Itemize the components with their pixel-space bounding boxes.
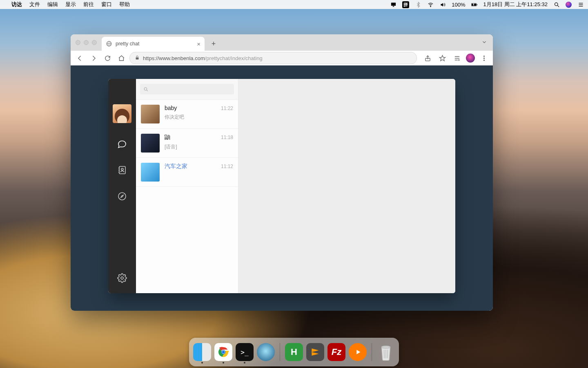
battery-percent: 100% [452,2,465,8]
dock-separator [280,343,280,361]
dock-app-finder[interactable] [193,343,211,361]
svg-point-32 [144,88,147,90]
volume-icon[interactable] [439,1,446,8]
spotlight-icon[interactable] [553,1,560,8]
svg-marker-1 [392,6,394,7]
nav-forward-button[interactable] [88,52,99,64]
svg-point-29 [118,193,126,200]
tab-title: pretty chat [116,41,139,47]
menubar-item-file[interactable]: 文件 [29,1,40,8]
svg-point-37 [222,351,225,354]
menubar-item-edit[interactable]: 编辑 [47,1,58,8]
globe-icon [106,40,112,47]
svg-marker-38 [356,350,360,355]
svg-point-25 [121,168,123,171]
search-icon [143,87,149,92]
my-avatar[interactable] [113,104,131,123]
siri-icon[interactable] [566,2,572,8]
svg-point-21 [483,56,485,57]
menubar-item-help[interactable]: 帮助 [119,1,130,8]
bluetooth-icon[interactable] [415,1,421,8]
contacts-icon[interactable] [117,165,127,175]
svg-point-22 [483,58,485,59]
dock-app-terminal[interactable]: >_ [236,343,254,361]
conversation-avatar [141,163,160,182]
conversation-avatar [141,134,160,153]
settings-icon[interactable] [117,273,127,283]
dock-app-quicktime[interactable] [257,343,275,361]
dock-app-sublime[interactable] [306,343,324,361]
window-controls[interactable] [76,40,97,45]
reload-button[interactable] [102,52,113,64]
dock-app-player[interactable] [349,343,367,361]
home-button[interactable] [116,52,127,64]
browser-viewport: baby11:22 你决定吧 鼬11:18 [语音] 汽车之家11:12 [71,65,493,311]
chat-main-pane [238,79,455,293]
svg-line-40 [384,350,385,358]
dock-app-h[interactable]: H [285,343,303,361]
conversation-time: 11:12 [221,164,233,169]
notification-center-icon[interactable] [577,1,584,8]
dock-app-trash[interactable] [377,343,395,361]
svg-marker-30 [121,195,123,197]
browser-tab[interactable]: pretty chat × [102,37,205,51]
menubar-item-window[interactable]: 窗口 [101,1,112,8]
dock-separator [372,343,372,361]
conversation-preview: 你决定吧 [165,114,233,121]
conversation-avatar [141,105,160,123]
svg-point-23 [483,60,485,61]
svg-line-8 [557,5,559,7]
search-wrap [136,79,238,100]
conversation-name: baby [165,105,177,111]
window-close-icon[interactable] [76,40,80,45]
chat-app-window: baby11:22 你决定吧 鼬11:18 [语音] 汽车之家11:12 [108,79,455,293]
chat-side-rail [108,79,136,293]
conversation-time: 11:18 [221,135,233,140]
window-zoom-icon[interactable] [92,40,97,45]
conversation-item[interactable]: baby11:22 你决定吧 [136,100,238,129]
conversation-time: 11:22 [221,105,233,111]
menubar-item-view[interactable]: 显示 [65,1,76,8]
wifi-icon[interactable] [427,1,434,8]
profile-avatar-button[interactable] [466,54,475,63]
address-bar[interactable]: https://www.benbenla.com/prettychat/inde… [129,52,417,64]
new-tab-button[interactable]: + [208,38,219,49]
dock-app-filezilla[interactable]: Fz [327,343,345,361]
tab-close-icon[interactable]: × [197,40,200,47]
svg-rect-15 [136,57,139,59]
tabs-dropdown-icon[interactable] [481,39,487,47]
dock-app-chrome[interactable] [214,343,232,361]
macos-menubar: 访达 文件 编辑 显示 前往 窗口 帮助 拼 100% 1月18日 周二 上午1… [0,0,588,9]
bookmark-button[interactable] [437,52,448,64]
conversation-preview: [语音] [165,144,233,150]
discover-icon[interactable] [117,191,127,202]
conversation-name: 汽车之家 [165,163,187,170]
svg-rect-0 [391,2,396,6]
svg-line-33 [147,90,148,91]
window-minimize-icon[interactable] [84,40,89,45]
browser-menu-button[interactable] [478,52,490,64]
menubar-item-go[interactable]: 前往 [83,1,94,8]
input-method-icon[interactable]: 拼 [402,1,409,8]
svg-point-31 [121,277,123,279]
menubar-datetime[interactable]: 1月18日 周二 上午11:25:32 [483,1,548,8]
conversation-item[interactable]: 汽车之家11:12 [136,158,238,187]
chats-icon[interactable] [117,139,127,149]
search-input[interactable] [140,84,234,94]
lock-icon [135,55,140,61]
svg-marker-17 [439,55,445,61]
nav-back-button[interactable] [74,52,85,64]
conversation-item[interactable]: 鼬11:18 [语音] [136,129,238,158]
share-button[interactable] [422,52,433,64]
browser-tabstrip: pretty chat × + [71,34,493,51]
reading-list-button[interactable] [451,52,463,64]
macos-dock: >_ H Fz [189,338,399,366]
conversation-name: 鼬 [165,134,170,141]
svg-rect-5 [477,4,477,5]
screen-mirroring-icon[interactable] [390,1,396,8]
svg-line-42 [388,350,388,358]
menubar-app-name[interactable]: 访达 [11,1,22,8]
url-text: https://www.benbenla.com/prettychat/inde… [143,55,263,61]
browser-window: pretty chat × + https://www.benbenla.com… [71,34,493,311]
battery-icon[interactable] [471,1,477,8]
